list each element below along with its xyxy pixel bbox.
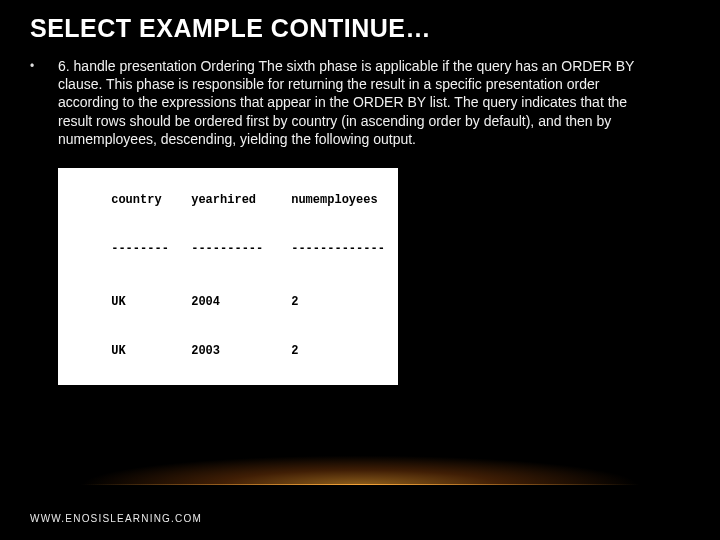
table-header: yearhired (191, 192, 291, 208)
table-divider: ------------------------------- (68, 225, 388, 279)
bullet-icon: • (30, 57, 58, 73)
footer-url: WWW.ENOSISLEARNING.COM (30, 513, 202, 524)
body-text: 6. handle presentation Ordering The sixt… (58, 57, 658, 148)
table-header: country (111, 192, 191, 208)
output-table: countryyearhirednumemployees -----------… (58, 168, 398, 385)
table-header-row: countryyearhirednumemployees (68, 176, 388, 225)
table-row: UK20042 (68, 278, 388, 327)
page-title: SELECT EXAMPLE CONTINUE… (30, 14, 690, 43)
decorative-glow (0, 415, 720, 485)
table-row: UK20032 (68, 327, 388, 376)
body-row: • 6. handle presentation Ordering The si… (30, 57, 690, 148)
table-header: numemployees (291, 192, 411, 208)
slide: SELECT EXAMPLE CONTINUE… • 6. handle pre… (0, 0, 720, 540)
